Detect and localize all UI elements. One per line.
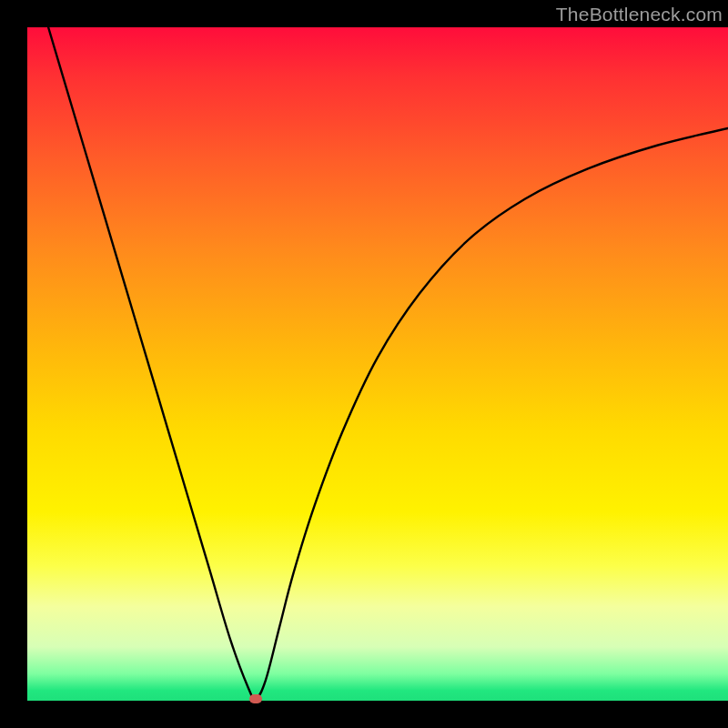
watermark-text: TheBottleneck.com [556, 4, 723, 25]
bottleneck-curve [27, 27, 728, 701]
chart-plot-area [27, 27, 728, 701]
minimum-marker [249, 694, 262, 703]
chart-frame: TheBottleneck.com [27, 0, 728, 701]
